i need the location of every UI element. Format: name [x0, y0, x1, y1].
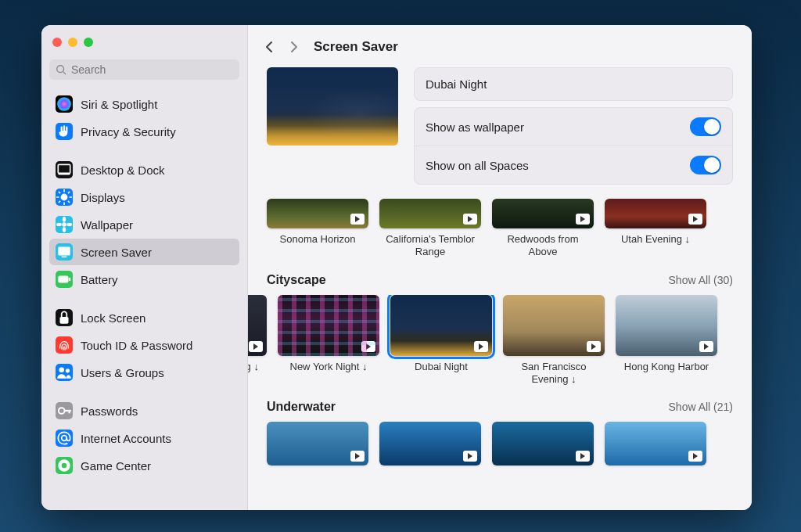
screensaver-card[interactable] [492, 422, 594, 494]
screensaver-thumb [267, 422, 368, 466]
screensaver-label: New York Night ↓ [278, 361, 379, 384]
svg-point-17 [56, 223, 62, 226]
close-window-button[interactable] [52, 38, 62, 47]
play-icon [699, 341, 713, 352]
play-icon [587, 341, 601, 352]
hand-icon [56, 123, 73, 140]
svg-rect-23 [60, 317, 69, 324]
sidebar-item-label: Desktop & Dock [81, 164, 165, 177]
search-field[interactable] [49, 59, 239, 80]
screensaver-thumb [379, 199, 481, 228]
play-icon [463, 214, 477, 225]
sidebar-item-label: Game Center [81, 459, 151, 473]
users-icon [56, 364, 73, 381]
sidebar-nav: Siri & SpotlightPrivacy & SecurityDeskto… [49, 91, 239, 510]
back-button[interactable] [260, 38, 279, 56]
screensaver-card[interactable]: Hong Kong Harbor [616, 295, 717, 386]
svg-point-15 [63, 217, 66, 222]
sidebar-item-label: Internet Accounts [81, 432, 171, 445]
sidebar-item-displays[interactable]: Displays [49, 184, 239, 210]
current-screensaver-options-panel: Show as wallpaperShow on all Spaces [414, 107, 733, 185]
current-screensaver-preview[interactable] [267, 67, 398, 146]
sidebar-item-internet-accounts[interactable]: Internet Accounts [49, 425, 239, 451]
svg-line-1 [63, 72, 66, 75]
svg-line-11 [68, 201, 70, 203]
screensaver-label: Sonoma Horizon [267, 233, 368, 257]
sidebar-item-label: Privacy & Security [81, 125, 176, 138]
screensaver-card[interactable] [379, 422, 481, 494]
settings-window: Siri & SpotlightPrivacy & SecurityDeskto… [41, 25, 752, 510]
forward-button[interactable] [284, 38, 303, 56]
svg-rect-20 [62, 257, 67, 258]
sidebar-item-desktop-dock[interactable]: Desktop & Dock [49, 156, 239, 183]
play-icon [688, 214, 702, 225]
svg-rect-22 [69, 278, 70, 281]
svg-rect-28 [69, 410, 70, 413]
screensaver-card[interactable]: Redwoods from Above [492, 199, 594, 259]
sidebar-item-game-center[interactable]: Game Center [49, 452, 239, 479]
screensaver-thumb [503, 295, 605, 356]
gallery-section: Sonoma HorizonCalifornia's Temblor Range… [248, 196, 752, 267]
sidebar-item-users-groups[interactable]: Users & Groups [49, 359, 239, 386]
screensaver-card[interactable] [267, 422, 368, 494]
sidebar-item-battery[interactable]: Battery [49, 266, 239, 293]
sidebar-item-siri-spotlight[interactable]: Siri & Spotlight [49, 91, 239, 117]
svg-point-16 [63, 227, 66, 232]
svg-rect-19 [58, 246, 70, 255]
screensaver-thumb [267, 199, 368, 228]
current-screensaver-name: Dubai Night [426, 77, 487, 91]
sidebar-item-label: Lock Screen [81, 311, 145, 325]
search-input[interactable] [71, 63, 233, 76]
screensaver-card[interactable] [605, 422, 706, 494]
current-screensaver-hero: Dubai Night Show as wallpaperShow on all… [248, 67, 752, 196]
option-row: Show as wallpaper [415, 108, 732, 146]
play-icon [350, 214, 365, 225]
sidebar-item-wallpaper[interactable]: Wallpaper [49, 211, 239, 238]
battery-icon [56, 271, 73, 288]
chevron-right-icon [289, 41, 298, 53]
toggle-show-on-all-spaces[interactable] [690, 156, 721, 174]
screensaver-thumb [492, 199, 594, 228]
sidebar-item-label: Siri & Spotlight [81, 98, 157, 111]
option-row: Show on all Spaces [415, 146, 732, 184]
screensaver-card[interactable]: Dubai Night [390, 295, 492, 386]
sidebar-item-screen-saver[interactable]: Screen Saver [49, 239, 239, 265]
show-all-link[interactable]: Show All (30) [669, 274, 733, 286]
lock-icon [56, 309, 73, 326]
sidebar-item-label: Screen Saver [81, 246, 152, 259]
option-label: Show on all Spaces [426, 159, 529, 172]
sidebar-item-label: Wallpaper [81, 218, 133, 232]
screensaver-card[interactable]: Utah Evening ↓ [605, 199, 706, 259]
svg-point-24 [59, 367, 64, 372]
gallery-section: UnderwaterShow All (21) [248, 394, 752, 501]
screensaver-card[interactable]: Sonoma Horizon [267, 199, 368, 259]
section-title: Cityscape [267, 273, 326, 287]
screensaver-label: Dubai Night [390, 361, 492, 384]
sidebar-item-passwords[interactable]: Passwords [49, 397, 239, 424]
svg-line-12 [59, 201, 60, 203]
sidebar-item-label: Users & Groups [81, 366, 164, 379]
sidebar-item-label: Displays [81, 191, 125, 204]
show-all-link[interactable]: Show All (21) [669, 401, 733, 413]
screensaver-label: Hong Kong Harbor [616, 361, 717, 384]
sun-icon [56, 189, 73, 206]
sidebar-item-label: Battery [81, 273, 118, 286]
sidebar-item-lock-screen[interactable]: Lock Screen [49, 304, 239, 331]
play-icon [463, 451, 477, 462]
screensaver-card[interactable]: San Francisco Evening ↓ [503, 295, 605, 386]
svg-point-25 [66, 368, 70, 372]
siri-icon [56, 95, 73, 113]
screensaver-card[interactable]: New York Night ↓ [278, 295, 379, 386]
zoom-window-button[interactable] [84, 38, 93, 47]
minimize-window-button[interactable] [68, 38, 77, 47]
page-title: Screen Saver [314, 39, 398, 55]
at-icon [56, 430, 73, 447]
screensaver-card[interactable]: ening ↓ [248, 295, 267, 386]
toggle-show-as-wallpaper[interactable] [690, 117, 721, 136]
screensaver-label: Utah Evening ↓ [605, 233, 706, 257]
screensaver-card[interactable]: California's Temblor Range [379, 199, 481, 259]
svg-rect-4 [58, 173, 70, 174]
sidebar-item-touch-id-password[interactable]: Touch ID & Password [49, 332, 239, 358]
sidebar-item-privacy-security[interactable]: Privacy & Security [49, 118, 239, 145]
screensaver-label [605, 470, 706, 494]
